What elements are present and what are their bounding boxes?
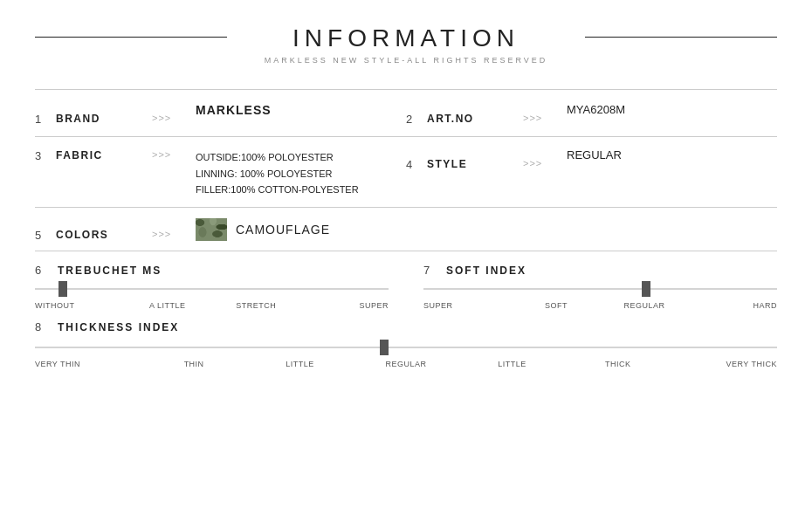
stretch-ticks: WITHOUT A LITTLE STRETCH SUPER [35, 301, 389, 310]
header-title: INFORMATION [0, 24, 812, 52]
colors-arrow: >>> [152, 216, 196, 239]
fabric-value: OUTSIDE:100% POLOYESTER LINNING: 100% PO… [196, 146, 359, 198]
stretch-soft-section: 6 TREBUCHET MS WITHOUT A LITTLE STRETCH … [0, 264, 812, 310]
soft-tick-1: SOFT [512, 301, 600, 310]
thickness-tick-3: REGULAR [353, 360, 458, 368]
style-arrow: >>> [523, 146, 567, 168]
thickness-tick-6: VERY THICK [671, 360, 777, 368]
artno-num: 2 [406, 100, 427, 126]
soft-track-container [423, 280, 777, 298]
soft-slider: 7 SOFT INDEX SUPER SOFT REGULAR HARD [406, 264, 777, 310]
header: INFORMATION MARKLESS NEW STYLE-ALL RIGHT… [0, 0, 812, 73]
fabric-half: 3 FABRIC >>> OUTSIDE:100% POLOYESTER LIN… [35, 137, 406, 207]
brand-arrow: >>> [152, 100, 196, 123]
colors-value: CAMOUFLAGE [236, 223, 330, 237]
stretch-num: 6 [35, 264, 49, 277]
stretch-tick-0: WITHOUT [35, 301, 123, 310]
thickness-tick-2: LITTLE [247, 360, 353, 368]
brand-num: 1 [35, 100, 56, 126]
header-line-right [585, 37, 777, 38]
stretch-label-row: 6 TREBUCHET MS [35, 264, 389, 277]
row-brand-artno: 1 BRAND >>> MARKLESS 2 ART.NO >>> MYA620… [35, 89, 777, 137]
stretch-tick-2: STRETCH [212, 301, 300, 310]
thickness-ticks: VERY THIN THIN LITTLE REGULAR LITTLE THI… [35, 360, 777, 368]
row-fabric-style: 3 FABRIC >>> OUTSIDE:100% POLOYESTER LIN… [35, 137, 777, 208]
brand-label: BRAND [56, 100, 152, 125]
colors-num: 5 [35, 216, 56, 242]
colors-label: COLORS [56, 216, 152, 241]
style-half: 4 STYLE >>> REGULAR [406, 137, 777, 207]
thickness-header-row: 8 THICKNESS INDEX [35, 320, 777, 333]
fabric-label: FABRIC [56, 146, 152, 161]
header-line-left [35, 37, 227, 38]
brand-value: MARKLESS [196, 100, 272, 121]
style-value: REGULAR [567, 146, 622, 165]
stretch-thumb [58, 281, 67, 297]
soft-tick-3: HARD [689, 301, 777, 310]
artno-value: MYA6208M [567, 100, 625, 120]
stretch-track [35, 289, 389, 290]
thickness-track-container [35, 339, 777, 356]
thickness-tick-0: VERY THIN [35, 360, 141, 368]
soft-thumb [642, 281, 650, 297]
brand-half: 1 BRAND >>> MARKLESS [35, 90, 406, 136]
soft-track [423, 289, 777, 290]
style-num: 4 [406, 146, 427, 171]
soft-tick-2: REGULAR [601, 301, 689, 310]
stretch-slider: 6 TREBUCHET MS WITHOUT A LITTLE STRETCH … [35, 264, 406, 310]
thickness-tick-1: THIN [141, 360, 246, 368]
thickness-thumb [380, 340, 389, 355]
artno-half: 2 ART.NO >>> MYA6208M [406, 90, 777, 136]
fabric-num: 3 [35, 146, 56, 162]
row-colors: 5 COLORS >>> CAMOUFLAGE [35, 208, 777, 251]
fabric-arrow: >>> [152, 146, 196, 160]
stretch-title: TREBUCHET MS [58, 264, 162, 277]
info-section: 1 BRAND >>> MARKLESS 2 ART.NO >>> MYA620… [0, 89, 812, 251]
thickness-track [35, 347, 777, 348]
thickness-tick-4: LITTLE [459, 360, 565, 368]
stretch-track-container [35, 280, 389, 298]
header-subtitle: MARKLESS NEW STYLE-ALL RIGHTS RESERVED [0, 56, 812, 65]
soft-ticks: SUPER SOFT REGULAR HARD [423, 301, 777, 310]
soft-tick-0: SUPER [423, 301, 512, 310]
camo-swatch [196, 218, 227, 241]
artno-label: ART.NO [427, 100, 523, 125]
stretch-tick-1: A LITTLE [123, 301, 211, 310]
artno-arrow: >>> [523, 100, 567, 123]
thickness-num: 8 [35, 320, 49, 333]
thickness-section: 8 THICKNESS INDEX VERY THIN THIN LITTLE … [0, 320, 812, 368]
page: INFORMATION MARKLESS NEW STYLE-ALL RIGHT… [0, 0, 812, 529]
soft-label-row: 7 SOFT INDEX [423, 264, 777, 277]
soft-title: SOFT INDEX [446, 264, 526, 277]
thickness-tick-5: THICK [565, 360, 671, 368]
thickness-title: THICKNESS INDEX [58, 321, 179, 333]
soft-num: 7 [423, 264, 437, 277]
stretch-tick-3: SUPER [300, 301, 389, 310]
style-label: STYLE [427, 146, 523, 170]
